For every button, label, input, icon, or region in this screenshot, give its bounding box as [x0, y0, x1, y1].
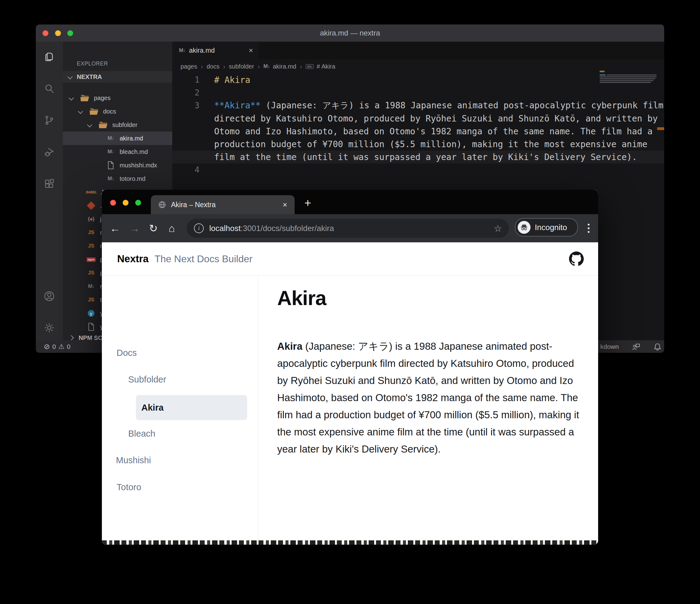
browser-toolbar: ← → ↻ ⌂ i localhost :3001/docs/subfolder…	[102, 214, 598, 242]
tree-file-mushishi[interactable]: mushishi.mdx	[63, 158, 172, 172]
new-tab-icon[interactable]: +	[304, 197, 311, 209]
file-icon	[105, 161, 116, 169]
incognito-label: Incognito	[535, 223, 567, 232]
breadcrumb-separator: ›	[223, 63, 225, 70]
code-line-current: film at the time (until it was surpassed…	[172, 151, 664, 163]
address-bar[interactable]: i localhost :3001/docs/subfolder/akira ☆	[186, 219, 509, 238]
page-paragraph: Akira (Japanese: アキラ) is a 1988 Japanese…	[277, 338, 582, 458]
settings-gear-icon[interactable]	[44, 322, 55, 333]
web-page: Nextra The Next Docs Builder Docs Subfol…	[102, 242, 598, 545]
nav-docs[interactable]: Docs	[117, 348, 137, 358]
chevron-down-icon	[68, 74, 73, 80]
js-icon: JS	[86, 229, 96, 235]
home-icon[interactable]: ⌂	[169, 214, 175, 242]
error-count: 0	[52, 343, 56, 350]
error-icon: ⊘	[44, 343, 50, 351]
tree-file-akira[interactable]: M↓akira.md	[63, 131, 172, 145]
npm-icon: npm	[86, 257, 96, 262]
close-icon[interactable]: ×	[249, 46, 253, 55]
folder-icon	[80, 94, 90, 102]
folder-icon	[98, 121, 108, 129]
menu-dots-icon[interactable]	[588, 224, 590, 235]
folder-icon	[89, 107, 99, 115]
url-path: :3001/docs/subfolder/akira	[241, 224, 334, 233]
markdown-icon: M↓	[86, 283, 96, 290]
back-icon[interactable]: ←	[110, 214, 120, 242]
window-title: akira.md — nextra	[36, 24, 664, 42]
nav-mushishi[interactable]: Mushishi	[116, 455, 151, 465]
feedback-icon[interactable]	[632, 343, 640, 351]
minimize-traffic-light[interactable]	[123, 200, 128, 206]
minimap[interactable]	[600, 70, 661, 89]
breadcrumb-subfolder[interactable]: subfolder	[229, 63, 254, 70]
close-traffic-light[interactable]	[110, 200, 116, 206]
explorer-header: EXPLORER	[77, 60, 108, 67]
nav-totoro[interactable]: Totoro	[117, 482, 141, 492]
code-line: 2	[172, 86, 664, 99]
globe-favicon	[158, 201, 166, 209]
tree-folder-pages[interactable]: pages	[63, 91, 172, 105]
extensions-icon[interactable]	[44, 178, 55, 190]
github-icon[interactable]	[569, 252, 584, 266]
bookmark-star-icon[interactable]: ☆	[494, 223, 502, 234]
chevron-right-icon	[69, 335, 74, 340]
browser-tab[interactable]: Akira – Nextra ×	[151, 195, 295, 214]
source-control-icon[interactable]	[44, 115, 55, 126]
breadcrumb-docs[interactable]: docs	[206, 63, 219, 70]
zoom-traffic-light[interactable]	[135, 200, 141, 206]
tree-folder-docs[interactable]: docs	[63, 105, 172, 118]
nav-akira-active[interactable]: Akira	[136, 395, 247, 420]
nav-bleach[interactable]: Bleach	[128, 429, 155, 439]
close-icon[interactable]: ×	[283, 200, 287, 209]
chevron-down-icon	[69, 96, 74, 101]
code-line: 1# Akira	[172, 73, 664, 86]
language-mode[interactable]: kdown	[600, 343, 619, 350]
symbol-icon: abc	[306, 64, 314, 69]
breadcrumb-file[interactable]: akira.md	[273, 63, 297, 70]
tree-file-totoro[interactable]: M↓totoro.md	[63, 172, 172, 185]
browser-window: Akira – Nextra × + ← → ↻ ⌂ i localhost :…	[102, 190, 598, 545]
js-icon: JS	[86, 297, 96, 303]
bell-icon[interactable]	[653, 343, 662, 351]
url-host: localhost	[209, 224, 241, 233]
run-debug-icon[interactable]	[44, 146, 55, 157]
browser-tabstrip: Akira – Nextra × +	[102, 190, 598, 214]
project-section-header[interactable]: NEXTRA	[63, 71, 172, 83]
site-header: Nextra The Next Docs Builder	[102, 242, 598, 276]
editor-tab-akira[interactable]: M↓ akira.md ×	[172, 42, 258, 59]
page-title: Akira	[277, 286, 582, 310]
markdown-icon: M↓	[105, 149, 116, 155]
breadcrumb-symbol[interactable]: # Akira	[317, 63, 335, 70]
reload-icon[interactable]: ↻	[149, 214, 158, 242]
search-icon[interactable]	[44, 83, 55, 94]
json-icon: {◆}	[86, 216, 96, 222]
code-line: 4	[172, 163, 664, 176]
markdown-icon: M↓	[105, 135, 116, 141]
render-artifact-strip	[102, 540, 598, 545]
desktop: akira.md — nextra	[0, 0, 700, 604]
site-brand[interactable]: Nextra	[117, 242, 149, 275]
account-icon[interactable]	[44, 291, 55, 302]
babel-icon: BABEL	[86, 190, 97, 194]
js-icon: JS	[86, 243, 96, 249]
docs-content: Akira Akira (Japanese: アキラ) is a 1988 Ja…	[277, 286, 582, 458]
explorer-icon[interactable]	[44, 51, 55, 62]
markdown-icon: M↓	[264, 63, 270, 70]
chevron-down-icon	[87, 122, 92, 128]
breadcrumb-pages[interactable]: pages	[180, 63, 197, 70]
code-line: 3**Akira** (Japanese: アキラ) is a 1988 Jap…	[172, 99, 664, 112]
nav-subfolder[interactable]: Subfolder	[128, 375, 166, 385]
tree-folder-subfolder[interactable]: subfolder	[63, 118, 172, 131]
scrollbar-change-marker	[657, 127, 664, 130]
forward-icon[interactable]: →	[129, 214, 140, 242]
vscode-titlebar[interactable]: akira.md — nextra	[36, 24, 664, 42]
info-icon[interactable]: i	[194, 223, 204, 233]
breadcrumb-separator: ›	[201, 63, 203, 70]
activity-bar	[36, 42, 63, 340]
warning-count: 0	[67, 343, 71, 350]
tree-file-bleach[interactable]: M↓bleach.md	[63, 145, 172, 158]
breadcrumb-separator: ›	[258, 63, 260, 70]
problems-status[interactable]: ⊘ 0 ⚠ 0	[44, 340, 70, 353]
breadcrumb-separator: ›	[300, 63, 302, 70]
file-icon	[86, 323, 96, 331]
